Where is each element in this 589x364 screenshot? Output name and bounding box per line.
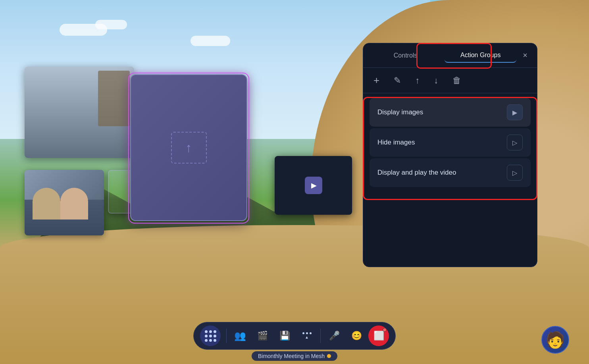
action-item-label-1: Display images	[377, 108, 423, 116]
grid-dot	[214, 330, 216, 333]
apps-grid-button[interactable]	[200, 325, 221, 346]
grid-dot	[205, 339, 208, 342]
avatar-image: 🧑	[545, 331, 565, 349]
video-panel: ▶	[275, 156, 352, 215]
move-down-button[interactable]: ↓	[431, 74, 441, 87]
save-button[interactable]: 💾	[274, 325, 295, 346]
separator-1	[226, 329, 227, 343]
close-button[interactable]: ×	[520, 49, 531, 62]
save-icon: 💾	[279, 331, 290, 341]
play-btn-1[interactable]: ▶	[507, 104, 523, 120]
more-dot	[306, 332, 308, 334]
play-icon-1: ▶	[512, 109, 517, 116]
action-item-label-2: Hide images	[377, 139, 415, 146]
grid-dot	[209, 335, 212, 337]
user-avatar[interactable]: 🧑	[541, 326, 569, 354]
upload-box: ↑	[171, 132, 207, 164]
action-item-label-3: Display and play the video	[377, 169, 456, 177]
cloud-3	[191, 36, 230, 46]
delete-button[interactable]: 🗑	[450, 74, 464, 87]
tab-action-groups[interactable]: Action Groups	[445, 48, 516, 63]
panel-icon: ⬜	[373, 331, 384, 341]
meeting-text: Bimonthly Meeting in Mesh	[258, 353, 325, 359]
add-button[interactable]: +	[371, 73, 382, 88]
more-chevron-icon: ▲	[305, 335, 309, 339]
person-silhouette	[56, 91, 103, 158]
photo-room	[25, 67, 134, 158]
action-item-hide-images[interactable]: Hide images ▷	[370, 128, 531, 157]
upload-panel: ↑	[130, 74, 247, 221]
bottom-bar: 👥 🎬 💾 ▲ 🎤 😊 ⬜	[193, 322, 396, 350]
play-btn-2[interactable]: ▷	[507, 135, 523, 150]
play-icon-2: ▷	[512, 139, 517, 146]
play-icon: ▶	[311, 181, 317, 190]
photo-couple	[25, 170, 104, 235]
grid-dot	[214, 335, 216, 337]
mic-button[interactable]: 🎤	[324, 325, 345, 346]
person2-silhouette	[60, 188, 88, 220]
panel-toggle-button[interactable]: ⬜	[368, 325, 389, 346]
video-icon: 🎬	[257, 331, 268, 341]
people-button[interactable]: 👥	[230, 325, 250, 346]
play-btn-3[interactable]: ▷	[507, 165, 523, 181]
grid-dot	[205, 335, 208, 337]
tab-controls[interactable]: Controls	[370, 49, 441, 62]
more-dot	[302, 332, 304, 334]
grid-dot	[209, 330, 212, 333]
bookshelf	[98, 71, 130, 126]
play-icon-3: ▷	[512, 169, 517, 177]
separator-2	[320, 329, 321, 343]
action-item-display-video[interactable]: Display and play the video ▷	[370, 158, 531, 187]
cloud-2	[95, 20, 127, 29]
more-icon: ▲	[302, 332, 312, 339]
action-list: Display images ▶ Hide images ▷ Display a…	[363, 93, 537, 192]
mic-icon: 🎤	[329, 331, 340, 341]
emoji-icon: 😊	[351, 331, 362, 341]
right-panel: Controls Action Groups × + ✎ ↑ ↓ 🗑 Displ…	[363, 43, 537, 267]
action-item-display-images[interactable]: Display images ▶	[370, 98, 531, 127]
panel-tabs: Controls Action Groups ×	[363, 43, 537, 68]
meeting-label: Bimonthly Meeting in Mesh	[252, 351, 337, 361]
more-button[interactable]: ▲	[296, 325, 317, 346]
panel-toolbar: + ✎ ↑ ↓ 🗑	[363, 68, 537, 93]
grid-dot	[205, 330, 208, 333]
grid-dot	[209, 339, 212, 342]
grid-icon	[205, 330, 216, 342]
video-button[interactable]: 🎬	[252, 325, 273, 346]
grid-dot	[214, 339, 216, 342]
more-dot	[310, 332, 312, 334]
move-up-button[interactable]: ↑	[413, 74, 422, 87]
person1-silhouette	[33, 188, 60, 220]
emoji-button[interactable]: 😊	[346, 325, 367, 346]
meeting-status-dot	[327, 354, 331, 358]
edit-button[interactable]: ✎	[391, 74, 403, 87]
people-icon: 👥	[234, 330, 246, 341]
video-play-button[interactable]: ▶	[305, 177, 322, 194]
notification-dot	[383, 328, 387, 332]
upload-arrow-icon: ↑	[186, 141, 192, 155]
